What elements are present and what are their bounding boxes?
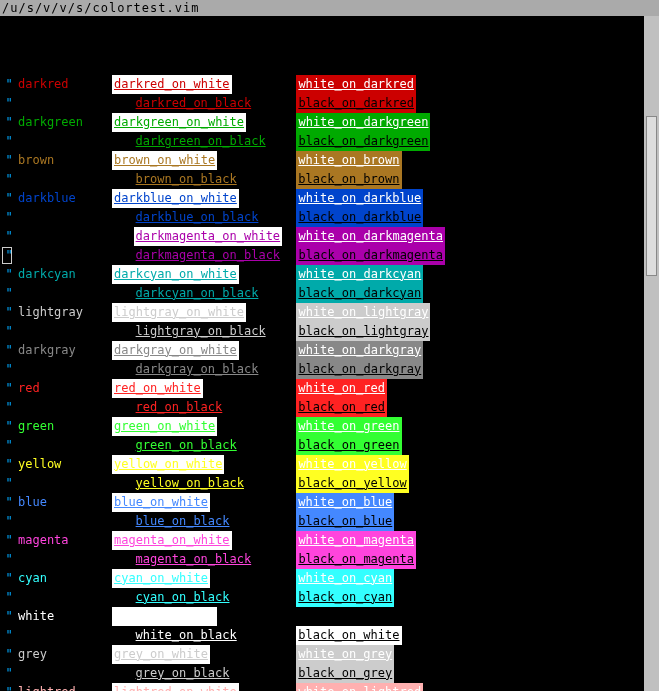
editor-line: "red_on_blackblack_on_red bbox=[2, 398, 659, 417]
editor-line: "darkgray_on_blackblack_on_darkgray bbox=[2, 360, 659, 379]
color-name: darkblue bbox=[16, 189, 112, 208]
titlebar: /u/s/v/v/s/colortest.vim bbox=[0, 0, 659, 16]
sample-fg: darkgreen_on_white bbox=[112, 113, 246, 132]
sample-bg: white_on_cyan bbox=[296, 569, 394, 588]
scrollbar[interactable] bbox=[644, 16, 659, 691]
sample-bg: black_on_darkmagenta bbox=[296, 246, 445, 265]
comment-quote: " bbox=[2, 113, 16, 132]
sample-fg: lightgray_on_white bbox=[112, 303, 246, 322]
editor-line: "magentamagenta_on_whitewhite_on_magenta bbox=[2, 531, 659, 550]
comment-quote: " bbox=[2, 474, 16, 493]
sample-fg: grey_on_white bbox=[112, 645, 210, 664]
comment-quote: " bbox=[2, 208, 16, 227]
sample-fg: white_on_black bbox=[134, 626, 239, 645]
sample-fg: lightgray_on_black bbox=[134, 322, 268, 341]
sample-fg: darkgray_on_white bbox=[112, 341, 239, 360]
color-name: darkcyan bbox=[16, 265, 112, 284]
editor-line: "white_on_blackblack_on_white bbox=[2, 626, 659, 645]
sample-bg: white_on_lightgray bbox=[296, 303, 430, 322]
sample-bg: white_on_darkmagenta bbox=[296, 227, 445, 246]
editor-line: "darkcyan_on_blackblack_on_darkcyan bbox=[2, 284, 659, 303]
comment-quote: " bbox=[2, 683, 16, 691]
comment-quote: " bbox=[2, 531, 16, 550]
comment-quote: " bbox=[2, 151, 16, 170]
sample-bg: black_on_darkblue bbox=[296, 208, 423, 227]
comment-quote: " bbox=[2, 170, 16, 189]
sample-fg: blue_on_white bbox=[112, 493, 210, 512]
editor-line: "darkgraydarkgray_on_whitewhite_on_darkg… bbox=[2, 341, 659, 360]
sample-bg: white_on_darkblue bbox=[296, 189, 423, 208]
vim-window: /u/s/v/v/s/colortest.vim "darkreddarkred… bbox=[0, 0, 659, 691]
comment-quote: " bbox=[2, 284, 16, 303]
sample-bg: black_on_grey bbox=[296, 664, 394, 683]
sample-fg: darkmagenta_on_black bbox=[134, 246, 283, 265]
editor-line: "lightgraylightgray_on_whitewhite_on_lig… bbox=[2, 303, 659, 322]
sample-fg: darkgray_on_black bbox=[134, 360, 261, 379]
editor-line: "blueblue_on_whitewhite_on_blue bbox=[2, 493, 659, 512]
editor-line: "darkmagenta_on_whitewhite_on_darkmagent… bbox=[2, 227, 659, 246]
comment-quote: " bbox=[2, 569, 16, 588]
sample-fg: darkcyan_on_white bbox=[112, 265, 239, 284]
sample-fg: magenta_on_white bbox=[112, 531, 232, 550]
sample-bg: white_on_brown bbox=[296, 151, 401, 170]
editor-line: "brown_on_blackblack_on_brown bbox=[2, 170, 659, 189]
comment-quote: " bbox=[2, 303, 16, 322]
color-name: white bbox=[16, 607, 112, 626]
comment-quote: " bbox=[2, 341, 16, 360]
comment-quote: " bbox=[2, 417, 16, 436]
sample-fg: cyan_on_black bbox=[134, 588, 232, 607]
editor-line: "darkred_on_blackblack_on_darkred bbox=[2, 94, 659, 113]
color-name: green bbox=[16, 417, 112, 436]
sample-fg: darkcyan_on_black bbox=[134, 284, 261, 303]
comment-quote: " bbox=[2, 75, 16, 94]
comment-quote: " bbox=[2, 189, 16, 208]
comment-quote: " bbox=[2, 645, 16, 664]
sample-bg: black_on_magenta bbox=[296, 550, 416, 569]
comment-quote: " bbox=[2, 265, 16, 284]
sample-fg: darkblue_on_white bbox=[112, 189, 239, 208]
comment-quote: " bbox=[2, 607, 16, 626]
editor-line: "greengreen_on_whitewhite_on_green bbox=[2, 417, 659, 436]
color-name: darkred bbox=[16, 75, 112, 94]
comment-quote: " bbox=[2, 455, 16, 474]
sample-bg: white_on_green bbox=[296, 417, 401, 436]
sample-bg: white_on_darkred bbox=[296, 75, 416, 94]
color-name: magenta bbox=[16, 531, 112, 550]
editor-line: "darkmagenta_on_blackblack_on_darkmagent… bbox=[2, 246, 659, 265]
editor-area[interactable]: "darkreddarkred_on_whitewhite_on_darkred… bbox=[0, 16, 659, 691]
sample-fg: brown_on_black bbox=[134, 170, 239, 189]
editor-line: "darkbluedarkblue_on_whitewhite_on_darkb… bbox=[2, 189, 659, 208]
sample-bg: white_on_yellow bbox=[296, 455, 408, 474]
sample-fg: white_on_white bbox=[112, 607, 217, 626]
comment-quote: " bbox=[2, 512, 16, 531]
sample-bg: black_on_blue bbox=[296, 512, 394, 531]
sample-fg: magenta_on_black bbox=[134, 550, 254, 569]
sample-fg: yellow_on_white bbox=[112, 455, 224, 474]
comment-quote: " bbox=[2, 94, 16, 113]
sample-fg: darkgreen_on_black bbox=[134, 132, 268, 151]
editor-line: "darkgreendarkgreen_on_whitewhite_on_dar… bbox=[2, 113, 659, 132]
comment-quote: " bbox=[2, 588, 16, 607]
color-name: darkgray bbox=[16, 341, 112, 360]
sample-bg: white_on_darkgray bbox=[296, 341, 423, 360]
comment-quote: " bbox=[2, 132, 16, 151]
comment-quote: " bbox=[2, 322, 16, 341]
sample-bg: white_on_lightred bbox=[296, 683, 423, 691]
editor-line: "yellowyellow_on_whitewhite_on_yellow bbox=[2, 455, 659, 474]
sample-fg: green_on_black bbox=[134, 436, 239, 455]
sample-fg: lightred_on_white bbox=[112, 683, 239, 691]
editor-line: "grey_on_blackblack_on_grey bbox=[2, 664, 659, 683]
sample-bg: black_on_lightgray bbox=[296, 322, 430, 341]
color-name: red bbox=[16, 379, 112, 398]
editor-line: "brownbrown_on_whitewhite_on_brown bbox=[2, 151, 659, 170]
cursor bbox=[2, 247, 12, 264]
sample-fg: green_on_white bbox=[112, 417, 217, 436]
sample-fg: brown_on_white bbox=[112, 151, 217, 170]
sample-fg: darkred_on_white bbox=[112, 75, 232, 94]
sample-fg: cyan_on_white bbox=[112, 569, 210, 588]
editor-line: "blue_on_blackblack_on_blue bbox=[2, 512, 659, 531]
sample-bg: black_on_brown bbox=[296, 170, 401, 189]
sample-bg: black_on_red bbox=[296, 398, 387, 417]
sample-bg: black_on_darkgray bbox=[296, 360, 423, 379]
editor-line: "cyancyan_on_whitewhite_on_cyan bbox=[2, 569, 659, 588]
